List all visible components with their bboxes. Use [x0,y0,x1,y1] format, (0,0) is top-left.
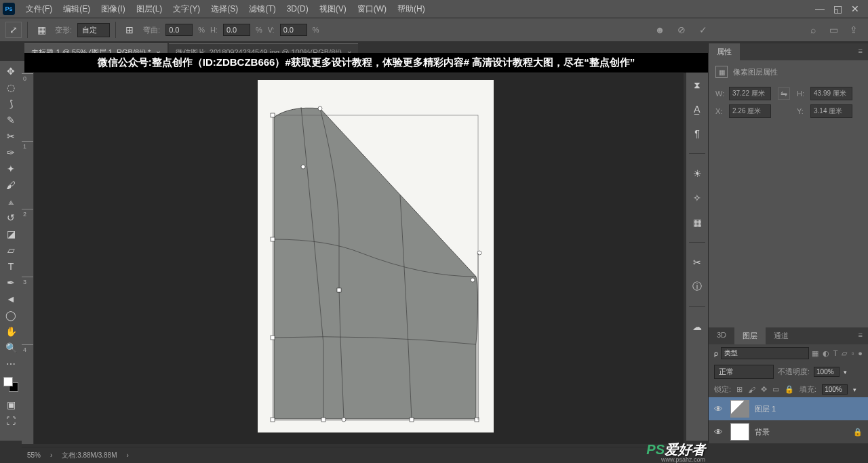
lock-transparency-icon[interactable]: ⊞ [736,385,743,394]
actions-panel-icon[interactable]: ✂ [690,255,705,270]
visibility-icon[interactable]: 👁 [714,427,725,437]
menu-file[interactable]: 文件(F) [20,3,58,15]
layer-item[interactable]: 👁 背景 🔒 [709,420,868,443]
v-input[interactable]: 0.0 [280,24,307,36]
healing-tool[interactable]: ✦ [2,161,20,176]
path-select-tool[interactable]: ◄ [2,291,20,306]
filter-icon[interactable]: ρ [714,350,718,357]
y-value[interactable]: 3.14 厘米 [810,104,852,118]
h-value[interactable]: 43.99 厘米 [810,87,852,100]
menu-window[interactable]: 窗口(W) [352,3,392,15]
puppet-icon[interactable]: ☻ [654,24,666,36]
menu-3d[interactable]: 3D(D) [281,4,314,14]
warp-tool-icon[interactable]: ⤢ [5,22,22,38]
minimize-icon[interactable]: — [815,4,825,14]
shape-tool[interactable]: ◯ [2,308,20,323]
layer-thumbnail[interactable] [730,400,749,418]
menu-layer[interactable]: 图层(L) [131,3,168,15]
layer-thumbnail[interactable] [730,423,749,441]
opacity-chevron-icon[interactable]: ▾ [844,369,847,376]
workspace-icon[interactable]: ▭ [827,24,840,36]
doc-info[interactable]: 文档:3.88M/3.88M [62,451,117,460]
crop-tool[interactable]: ✂ [2,129,20,144]
marquee-tool[interactable]: ◌ [2,80,20,95]
warp-shape[interactable] [273,107,479,422]
bend-input[interactable]: 0.0 [165,24,193,36]
maximize-icon[interactable]: ◱ [833,4,842,14]
quickmask-tool[interactable]: ▣ [2,397,20,412]
transform-mode-select[interactable]: 自定 [77,23,110,37]
paragraph-panel-icon[interactable]: ¶ [690,126,705,141]
fill-chevron-icon[interactable]: ▾ [853,386,856,393]
cancel-transform-icon[interactable]: ⊘ [675,24,688,36]
zoom-level[interactable]: 55% [27,451,41,459]
filter-shape-icon[interactable]: ▱ [842,349,847,358]
mesh-preset-icon[interactable]: ▦ [33,22,50,38]
filter-adjust-icon[interactable]: ◐ [823,349,829,358]
menu-select[interactable]: 选择(S) [205,3,243,15]
move-tool[interactable]: ✥ [2,64,20,79]
adjustments-panel-icon[interactable]: ☀ [690,166,705,181]
quick-select-tool[interactable]: ✎ [2,113,20,127]
menu-type[interactable]: 文字(Y) [167,3,205,15]
link-dimensions-icon[interactable]: ⇋ [778,87,790,100]
x-value[interactable]: 2.26 厘米 [729,104,771,118]
blend-mode-select[interactable]: 正常 [714,365,774,379]
history-panel-icon[interactable]: ⧗ [690,77,705,92]
swatches-panel-icon[interactable]: ▦ [690,215,705,230]
share-icon[interactable]: ⇪ [848,24,860,36]
filter-type-icon[interactable]: T [833,349,838,358]
panel-menu-icon[interactable]: ≡ [853,327,868,344]
panel-menu-icon[interactable]: ≡ [853,43,868,60]
chevron-right-icon[interactable]: › [127,451,129,459]
stamp-tool[interactable]: ⟁ [2,194,20,209]
artboard[interactable] [258,80,494,432]
opacity-value[interactable]: 100% [814,367,840,377]
layer-name[interactable]: 图层 1 [755,404,776,414]
tab-layers[interactable]: 图层 [734,327,766,344]
styles-panel-icon[interactable]: ✧ [690,190,705,205]
menu-image[interactable]: 图像(I) [96,3,130,15]
ruler-vertical[interactable]: 01234 [22,73,34,444]
layer-name[interactable]: 背景 [755,427,770,437]
eraser-tool[interactable]: ◪ [2,226,20,241]
visibility-icon[interactable]: 👁 [714,404,725,414]
hand-tool[interactable]: ✋ [2,324,20,339]
h-input[interactable]: 0.0 [223,24,250,36]
search-icon[interactable]: ⌕ [807,24,819,36]
zoom-tool[interactable]: 🔍 [2,340,20,355]
type-tool[interactable]: T [2,259,20,274]
edit-toolbar[interactable]: ⋯ [2,357,20,371]
lock-artboard-icon[interactable]: ▭ [772,385,779,394]
chevron-right-icon[interactable]: › [50,451,52,459]
foreground-color[interactable] [3,377,13,386]
filter-smart-icon[interactable]: ▫ [851,349,854,358]
pen-tool[interactable]: ✒ [2,275,20,290]
layer-item[interactable]: 👁 图层 1 [709,397,868,420]
lock-pixels-icon[interactable]: 🖌 [748,386,755,394]
tab-3d[interactable]: 3D [709,327,734,344]
menu-edit[interactable]: 编辑(E) [58,3,96,15]
gradient-tool[interactable]: ▱ [2,243,20,258]
screenmode-tool[interactable]: ⛶ [2,414,20,428]
tab-properties[interactable]: 属性 [709,43,740,60]
fill-value[interactable]: 100% [822,384,848,395]
libraries-panel-icon[interactable]: ☁ [690,319,705,334]
menu-view[interactable]: 视图(V) [314,3,352,15]
color-swatch[interactable] [3,377,18,392]
menu-help[interactable]: 帮助(H) [392,3,431,15]
eyedropper-tool[interactable]: ✑ [2,145,20,160]
menu-filter[interactable]: 滤镜(T) [243,3,281,15]
character-panel-icon[interactable]: A̲ [690,102,705,117]
w-value[interactable]: 37.22 厘米 [729,87,771,100]
filter-pixel-icon[interactable]: ▦ [812,349,818,358]
close-icon[interactable]: ✕ [850,4,860,14]
history-brush-tool[interactable]: ↺ [2,210,20,225]
filter-type-select[interactable]: 类型 [721,347,809,359]
brush-tool[interactable]: 🖌 [2,178,20,193]
filter-toggle-icon[interactable]: ● [858,349,863,358]
lock-all-icon[interactable]: 🔒 [785,385,794,394]
orientation-icon[interactable]: ⊞ [121,22,138,38]
info-panel-icon[interactable]: ⓘ [690,279,705,294]
tab-channels[interactable]: 通道 [766,327,797,344]
